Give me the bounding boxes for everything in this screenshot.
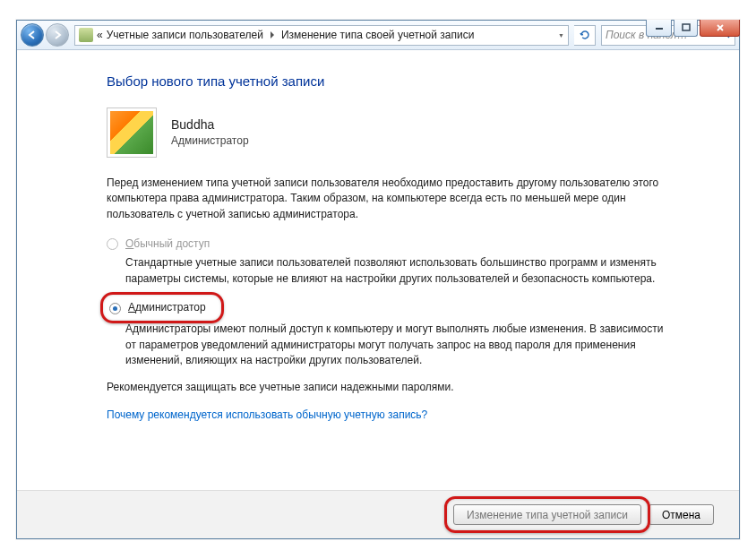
radio-standard: Обычный доступ <box>107 236 667 252</box>
recommendation-text: Рекомендуется защищать все учетные запис… <box>107 380 667 395</box>
breadcrumb-item-2[interactable]: Изменение типа своей учетной записи <box>281 29 474 41</box>
account-name: Buddha <box>171 116 249 133</box>
refresh-button[interactable] <box>574 25 596 46</box>
svg-rect-1 <box>683 24 690 30</box>
minimize-button[interactable] <box>646 20 672 37</box>
radio-admin-input[interactable] <box>109 303 121 314</box>
breadcrumb-item-1[interactable]: Учетные записи пользователей <box>107 29 263 41</box>
radio-standard-input <box>107 238 118 250</box>
account-summary: Buddha Администратор <box>107 107 667 158</box>
address-breadcrumb[interactable]: « Учетные записи пользователей Изменение… <box>74 25 569 46</box>
chevron-down-icon[interactable]: ▼ <box>558 32 564 39</box>
footer-bar: Изменение типа учетной записи Отмена <box>17 490 739 538</box>
account-role: Администратор <box>171 133 249 149</box>
close-button[interactable] <box>700 20 740 37</box>
intro-text: Перед изменением типа учетной записи пол… <box>107 176 667 222</box>
radio-standard-label: Обычный доступ <box>125 236 210 252</box>
why-standard-link[interactable]: Почему рекомендуется использовать обычну… <box>107 408 427 423</box>
svg-rect-0 <box>656 28 663 30</box>
navigation-bar: « Учетные записи пользователей Изменение… <box>17 21 739 50</box>
radio-admin-desc: Администраторы имеют полный доступ к ком… <box>125 322 667 368</box>
breadcrumb-separator-icon <box>271 31 274 39</box>
back-button[interactable] <box>21 23 44 47</box>
maximize-button[interactable] <box>674 20 698 37</box>
avatar <box>107 107 157 158</box>
cancel-button[interactable]: Отмена <box>649 504 714 525</box>
avatar-image <box>110 111 153 154</box>
breadcrumb-prefix: « <box>97 29 103 41</box>
control-panel-window: « Учетные записи пользователей Изменение… <box>16 20 740 539</box>
change-type-button[interactable]: Изменение типа учетной записи <box>453 504 641 525</box>
radio-admin-label[interactable]: Администратор <box>128 300 206 315</box>
radio-standard-desc: Стандартные учетные записи пользователей… <box>125 255 667 287</box>
main-content: Выбор нового типа учетной записи Buddha … <box>17 50 739 444</box>
window-controls <box>646 20 740 37</box>
user-accounts-icon <box>79 28 93 42</box>
forward-button[interactable] <box>46 23 69 47</box>
page-heading: Выбор нового типа учетной записи <box>107 72 667 91</box>
